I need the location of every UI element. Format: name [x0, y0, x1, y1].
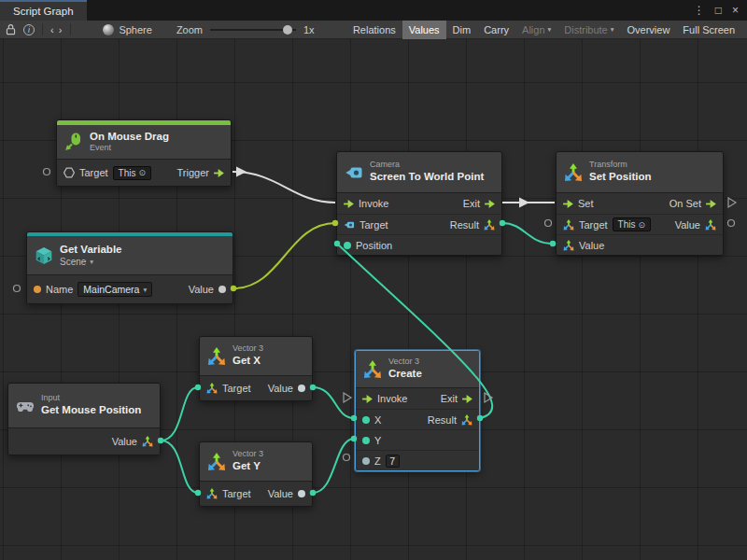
port-value-output[interactable]: Value: [268, 488, 305, 499]
port-label: Trigger: [177, 167, 209, 178]
overview-button[interactable]: Overview: [621, 21, 677, 39]
tab-title: Script Graph: [13, 6, 74, 17]
node-vector3-create[interactable]: Vector 3 Create Invoke Exit X: [355, 350, 480, 471]
node-subtitle: Event: [90, 144, 169, 153]
tab-script-graph[interactable]: Script Graph: [0, 0, 87, 21]
control-arrow-icon: [485, 200, 495, 208]
port-invoke[interactable]: Invoke: [362, 393, 407, 404]
node-header: Vector 3 Create: [356, 351, 479, 388]
node-header: Transform Set Position: [557, 152, 723, 193]
vector3-icon: [207, 453, 226, 471]
control-arrow-icon: [344, 200, 354, 208]
variable-name-field[interactable]: MainCamera ▾: [78, 282, 152, 297]
target-self-icon: ⊙: [638, 220, 645, 230]
port-label: Z: [374, 455, 381, 467]
node-category: Input: [41, 394, 141, 403]
lock-icon[interactable]: [6, 23, 16, 35]
control-arrow-icon: [362, 395, 373, 403]
graph-canvas[interactable]: On Mouse Drag Event Target This ⊙ Trigge…: [0, 39, 747, 560]
string-port-dot: [34, 286, 41, 293]
port-value-output[interactable]: Value: [675, 219, 716, 231]
port-target[interactable]: Target: [206, 488, 251, 499]
port-result[interactable]: Result: [450, 219, 495, 231]
port-label: X: [374, 414, 381, 426]
this-chip[interactable]: This ⊙: [113, 166, 151, 180]
port-row: Position: [337, 234, 501, 255]
kebab-menu-icon[interactable]: ⋮: [694, 4, 705, 17]
close-icon[interactable]: ×: [732, 4, 739, 17]
zoom-slider-handle[interactable]: [283, 25, 292, 35]
port-exit[interactable]: Exit: [441, 393, 472, 404]
port-value-output[interactable]: Value: [268, 383, 305, 394]
node-get-variable[interactable]: Get Variable Scene ▾ Name MainCamera ▾: [26, 231, 233, 304]
node-on-mouse-drag[interactable]: On Mouse Drag Event Target This ⊙ Trigge…: [56, 119, 232, 187]
node-screen-to-world-point[interactable]: Camera Screen To World Point Invoke Exit: [336, 151, 502, 256]
node-title: Get X: [233, 355, 263, 367]
node-get-x[interactable]: Vector 3 Get X Target Value: [199, 336, 313, 401]
value-port-dot: [362, 457, 370, 465]
node-get-mouse-position[interactable]: Input Get Mouse Position Value: [7, 383, 161, 455]
fullscreen-button[interactable]: Full Screen: [676, 21, 741, 39]
hexagon-icon: [63, 167, 75, 178]
node-header: Vector 3 Get X: [200, 337, 312, 376]
values-button[interactable]: Values: [402, 21, 446, 39]
control-arrow-icon: [706, 200, 716, 208]
node-set-position[interactable]: Transform Set Position Set On Set Tar: [556, 151, 724, 256]
port-row: Invoke Exit: [356, 388, 479, 409]
port-x[interactable]: X: [362, 414, 381, 426]
dim-button[interactable]: Dim: [446, 21, 478, 39]
port-y[interactable]: Y: [362, 435, 381, 446]
port-exit[interactable]: Exit: [463, 198, 495, 209]
distribute-button[interactable]: Distribute ▾: [557, 21, 620, 39]
port-name[interactable]: Name: [34, 284, 73, 295]
variable-scope-dropdown[interactable]: Scene ▾: [60, 257, 121, 267]
chevron-down-icon: ▾: [143, 286, 147, 294]
value-port-dot: [218, 286, 226, 293]
carry-button[interactable]: Carry: [477, 21, 515, 39]
node-title: Get Mouse Position: [41, 404, 141, 416]
port-value-output[interactable]: Value: [189, 284, 226, 295]
graph-object[interactable]: Sphere: [103, 24, 151, 35]
maximize-icon[interactable]: □: [715, 4, 722, 17]
node-title: Screen To World Point: [370, 171, 484, 183]
distribute-label: Distribute: [564, 24, 607, 35]
code-view-icon[interactable]: ‹ ›: [50, 24, 63, 35]
port-label: Value: [579, 240, 604, 251]
graph-object-name: Sphere: [119, 24, 151, 35]
align-button[interactable]: Align ▾: [515, 21, 557, 39]
this-chip[interactable]: This ⊙: [613, 217, 651, 231]
port-target[interactable]: Target: [63, 167, 108, 178]
zoom-slider[interactable]: [210, 25, 296, 35]
port-value-output[interactable]: Value: [112, 436, 153, 447]
port-label: Value: [268, 488, 293, 499]
port-position[interactable]: Position: [344, 240, 392, 251]
port-row: Target This ⊙ Trigger: [57, 160, 231, 186]
port-result[interactable]: Result: [428, 414, 472, 426]
port-trigger[interactable]: Trigger: [177, 167, 224, 178]
control-arrow-icon: [563, 200, 573, 208]
port-row: Value: [557, 234, 723, 255]
relations-button[interactable]: Relations: [346, 21, 402, 39]
port-target[interactable]: Target: [344, 219, 388, 231]
port-set[interactable]: Set: [563, 198, 594, 209]
port-z[interactable]: Z: [362, 455, 381, 467]
z-value-field[interactable]: 7: [386, 455, 400, 468]
port-on-set[interactable]: On Set: [669, 198, 716, 209]
chevron-down-icon: ▾: [548, 25, 552, 34]
port-row: Set On Set: [557, 193, 723, 214]
port-invoke[interactable]: Invoke: [344, 198, 388, 209]
chevron-down-icon: ▾: [90, 258, 93, 266]
camera-type-icon: [344, 219, 355, 231]
window-controls: ⋮ □ ×: [685, 0, 747, 21]
node-get-y[interactable]: Vector 3 Get Y Target Value: [199, 441, 313, 507]
camera-icon: [345, 163, 363, 182]
port-label: Target: [579, 219, 608, 231]
port-value-input[interactable]: Value: [563, 240, 604, 251]
connected-port-dot: [362, 416, 370, 424]
port-target[interactable]: Target: [206, 383, 251, 394]
port-label: Value: [675, 219, 700, 231]
port-target[interactable]: Target: [563, 219, 608, 231]
info-icon[interactable]: i: [23, 24, 35, 35]
node-header: On Mouse Drag Event: [57, 125, 231, 160]
vector3-icon: [484, 219, 495, 231]
